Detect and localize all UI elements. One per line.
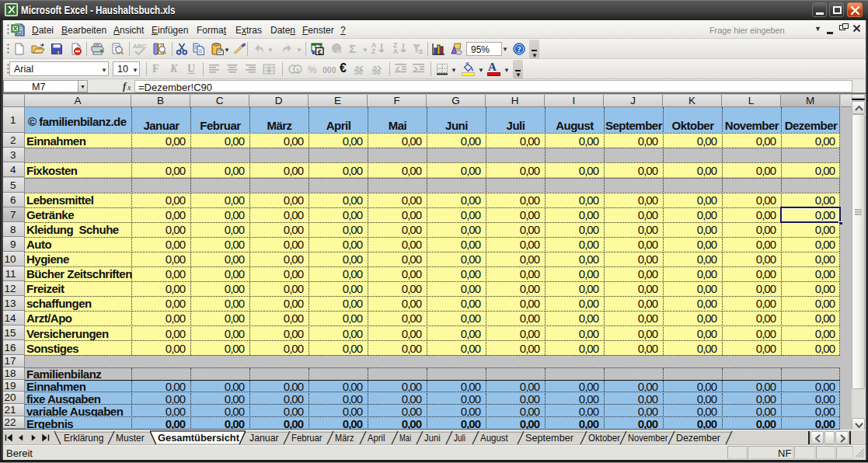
svg-text:€: €	[318, 47, 322, 56]
svg-text:s: s	[296, 66, 300, 74]
svg-text:a: a	[267, 66, 270, 74]
svg-text:?: ?	[517, 45, 521, 54]
